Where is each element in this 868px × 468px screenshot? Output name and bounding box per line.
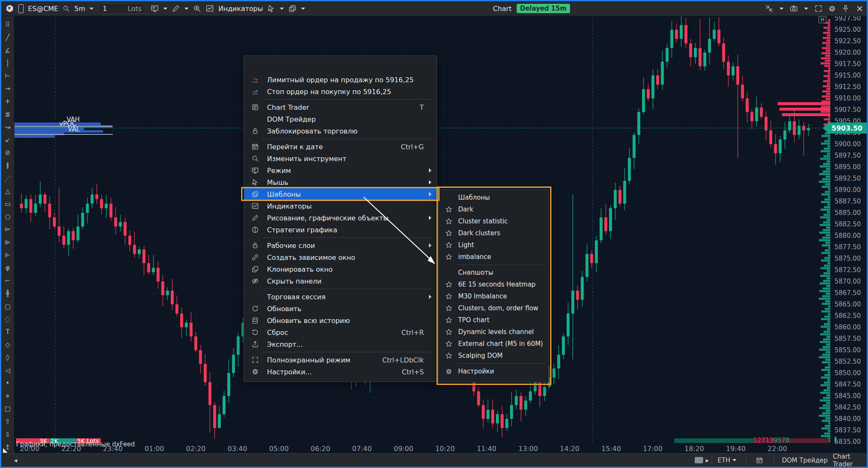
templates-icon[interactable] [288,4,297,13]
menu-item-4[interactable]: DOM Трейдер [244,113,437,125]
submenu-item-11[interactable]: TPO chart [439,314,548,326]
circle-draw-icon[interactable]: ⊘ [1,146,14,159]
text-tool-icon[interactable]: T [1,326,14,338]
fullscreen-icon[interactable] [814,4,823,13]
quantity-input[interactable]: 1 Lots [98,3,146,14]
menu-item-14[interactable]: Рабочие слои [244,240,437,251]
ticks-tool-icon[interactable]: ╫ [1,287,14,300]
pin-icon[interactable] [841,4,850,13]
parallel-lines-icon[interactable]: ≣ [1,108,14,120]
templates-caret-icon[interactable] [301,8,305,10]
trend-arrow-icon[interactable]: ↙ [1,134,14,146]
calendar-button[interactable] [756,454,763,467]
dashed-ellipse-tool-icon[interactable]: ◌ [1,313,14,326]
menu-item-18[interactable]: Торговая сессия [244,291,437,303]
arrow-tool-icon[interactable]: → [1,82,14,95]
menu-item-20[interactable]: Обновить всю историю [244,315,437,326]
menu-item-23[interactable]: Полноэкранный режимCtrl+LDbClk [244,354,437,366]
menu-item-9[interactable]: Мышь [244,176,437,188]
menu-item-12[interactable]: Рисование, графические объекты [244,212,437,224]
tag-tool-1-icon[interactable]: ◇ [1,338,14,351]
scrollbar-thumb[interactable] [695,454,703,467]
rounded-rect-tool-icon[interactable]: □ [1,402,14,415]
submenu-item-10[interactable]: Clusters, dom, order flow [439,302,548,314]
menu-item-2[interactable]: Стоп ордер на покупку по 5916,25 [244,86,437,98]
display-mode-icon[interactable] [150,4,159,13]
menu-item-19[interactable]: Обновить [244,303,437,315]
timeframe-selector[interactable]: 5m [74,5,85,13]
menu-item-10[interactable]: Шаблоны [244,188,437,200]
arrow-down-tool-icon[interactable]: ⇩ [1,428,14,441]
drawing-icon[interactable] [172,4,180,13]
dots-tool-icon[interactable]: ⠿ [1,18,14,31]
menu-item-13[interactable]: Стратегии графика [244,224,437,236]
submenu-item-9[interactable]: M30 Imbalance [439,290,548,302]
triangle-tool-icon[interactable]: △ [1,185,14,198]
menu-item-11[interactable]: Индикаторы [244,200,437,212]
screenshot-caret-icon[interactable] [804,8,808,10]
dock-icon[interactable] [765,4,773,13]
vertical-line-icon[interactable]: │ [1,57,14,70]
submenu-item-6[interactable]: imbalance [439,251,548,263]
ellipse-tool-icon[interactable]: ○ [1,210,14,223]
cross-tool-icon[interactable]: + [1,95,14,108]
arrow-up-tool-icon[interactable]: ⇧ [1,415,14,428]
rectangle-tool-icon[interactable]: ▭ [1,198,14,210]
profile-tool-3-icon[interactable]: ⊩ [1,249,14,262]
trend-line-icon[interactable]: ╱ [1,31,14,44]
submenu-item-8[interactable]: 6E 15 seconds Heatmap [439,279,548,290]
indicators-icon[interactable] [206,4,214,13]
menu-item-22[interactable]: Экспорт... [244,338,437,350]
display-mode-caret-icon[interactable] [163,8,167,10]
corner-resize-icon[interactable] [3,448,8,453]
session-selector[interactable]: ETH [718,454,737,467]
dock-caret-icon[interactable] [779,8,784,10]
point-tool-icon[interactable]: • [1,377,14,390]
indicators-button[interactable]: Индикаторы [218,5,263,13]
chart-trader-button[interactable]: Chart Trader [833,454,867,467]
menu-item-24[interactable]: ⚙Настройки...Ctrl+S [244,366,437,378]
search-icon[interactable] [62,5,70,12]
menu-item-5[interactable]: Заблокировать торговлю [244,125,437,137]
menu-item-16[interactable]: Клонировать окно [244,263,437,275]
submenu-item-4[interactable]: Dark clusters [439,227,548,239]
close-icon[interactable]: × [856,4,863,13]
menu-item-7[interactable]: Изменить инструмент [244,153,437,164]
menu-item-1[interactable]: Лимитный ордер на продажу по 5916,25 [244,74,437,86]
cursor-caret-icon[interactable] [280,8,284,10]
horizontal-ray-icon[interactable]: ⊢ [1,70,14,82]
hatch-tool-icon[interactable]: ⋰ [1,172,14,184]
menu-item-15[interactable]: Создать зависимое окно [244,251,437,263]
steps-tool-icon[interactable]: ⌐ [1,274,14,287]
tag-tool-2-icon[interactable]: ◊ [1,351,14,364]
screenshot-icon[interactable] [790,4,798,13]
scroll-right-arrow[interactable]: ▸ [706,454,709,467]
dom-trader-button[interactable]: DOM Трейдер [782,454,828,467]
curve-tool-icon[interactable]: ↝ [1,121,14,134]
menu-item-3[interactable]: Chart TraderT [244,101,437,113]
diamond-tool-icon[interactable]: ⋄ [1,390,14,402]
menu-item-17[interactable]: Скрыть панели [244,275,437,287]
submenu-item-14[interactable]: Scalping DOM [439,350,548,362]
submenu-item-3[interactable]: Cluster statistic [439,215,548,227]
submenu-item-13[interactable]: External chart (M5 in 60M) [439,338,548,350]
dashed-rect-tool-icon[interactable]: ▢ [1,300,14,312]
submenu-item-2[interactable]: Dark [439,203,548,215]
profile-tool-1-icon[interactable]: ⊨ [1,223,14,236]
scroll-left-arrow[interactable]: ◂ [14,454,17,467]
symbol-label[interactable]: ES@CME [28,5,58,13]
zoom-in-icon[interactable] [193,4,201,13]
menu-item-6[interactable]: Перейти к датеCtrl+G [244,141,437,153]
angle-tool-icon[interactable]: ∠ [1,44,14,56]
instrument-icon[interactable] [18,4,24,13]
submenu-item-5[interactable]: Light [439,239,548,251]
ruler-tool-icon[interactable]: ∥ [1,159,14,172]
timeframe-caret-icon[interactable] [89,8,94,10]
menu-item-21[interactable]: СбросCtrl+R [244,326,437,338]
submenu-item-12[interactable]: Dynamic levels channel [439,326,548,338]
tag-tool-3-icon[interactable]: ◁ [1,364,14,376]
cursor-mode-icon[interactable] [267,4,275,13]
menu-item-8[interactable]: Режим [244,164,437,176]
settings-gear-icon[interactable]: ⚙ [829,4,835,13]
scale-lock-button[interactable]: H [818,16,826,23]
